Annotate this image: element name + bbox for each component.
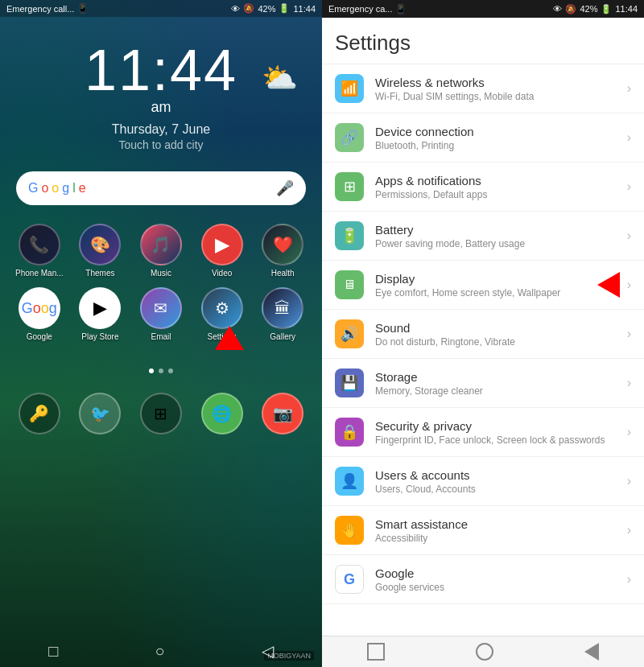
weather-icon: ⛅	[262, 61, 298, 95]
google-settings-text: Google Google services	[375, 566, 627, 593]
battery-icon-right: 🔋	[601, 4, 612, 14]
app-music[interactable]: 🎵 Music	[134, 224, 188, 278]
users-text: Users & accounts Users, Cloud, Accounts	[375, 468, 627, 495]
right-panel: Emergency ca... 📱 👁 🔕 42% 🔋 11:44 Settin…	[322, 0, 644, 667]
device-icon: 🔗	[335, 123, 364, 152]
nav-back[interactable]: ◁	[262, 641, 274, 661]
nav-square[interactable]: □	[48, 642, 58, 661]
gallery-icon: 🏛	[262, 287, 303, 329]
clock-date: Thursday, 7 June	[0, 122, 322, 137]
dock-icon-3: ⊞	[140, 393, 182, 434]
dock-item-3[interactable]: ⊞	[134, 393, 188, 434]
dock-item-1[interactable]: 🔑	[12, 393, 67, 434]
app-health[interactable]: ❤️ Health	[255, 224, 310, 278]
settings-item-smart[interactable]: 🤚 Smart assistance Accessibility ›	[322, 506, 644, 555]
display-name: Display	[375, 272, 627, 286]
nav-back-right[interactable]	[584, 643, 599, 661]
google-chevron: ›	[627, 572, 631, 587]
dock-item-4[interactable]: 🌐	[195, 393, 250, 434]
security-text: Security & privacy Fingerprint ID, Face …	[375, 419, 627, 446]
battery-sub: Power saving mode, Battery usage	[375, 238, 627, 249]
app-playstore[interactable]: ▶ Play Store	[73, 287, 128, 341]
right-status-bar: Emergency ca... 📱 👁 🔕 42% 🔋 11:44	[322, 0, 644, 18]
apps-chevron: ›	[627, 179, 631, 194]
google-logo: Google	[28, 181, 86, 196]
app-video[interactable]: ▶ Video	[195, 224, 250, 278]
app-email[interactable]: ✉ Email	[134, 287, 188, 341]
clock-city: Touch to add city	[0, 138, 322, 151]
google-settings-sub: Google services	[375, 582, 627, 593]
app-settings[interactable]: ⚙ Settings	[195, 287, 250, 341]
settings-item-display[interactable]: 🖥 Display Eye comfort, Home screen style…	[322, 261, 644, 310]
battery-settings-icon: 🔋	[335, 221, 364, 250]
google-settings-name: Google	[375, 566, 627, 580]
nav-square-right[interactable]	[367, 643, 385, 661]
music-icon: 🎵	[140, 224, 182, 266]
app-google[interactable]: Goog Google	[12, 287, 67, 341]
wireless-name: Wireless & networks	[375, 76, 627, 89]
app-gallery[interactable]: 🏛 Gallery	[255, 287, 310, 341]
left-status-left: Emergency call... 📱	[6, 3, 89, 14]
google-icon: Goog	[19, 287, 60, 329]
left-panel: Emergency call... 📱 👁 🔕 42% 🔋 11:44 ⛅ 11…	[0, 0, 322, 667]
bottom-bar-right	[322, 636, 644, 667]
settings-item-sound[interactable]: 🔊 Sound Do not disturb, Ringtone, Vibrat…	[322, 310, 644, 359]
security-chevron: ›	[627, 425, 631, 439]
settings-item-security[interactable]: 🔒 Security & privacy Fingerprint ID, Fac…	[322, 408, 644, 457]
apps-text: Apps & notifications Permissions, Defaul…	[375, 174, 627, 200]
settings-item-battery[interactable]: 🔋 Battery Power saving mode, Battery usa…	[322, 212, 644, 261]
storage-text: Storage Memory, Storage cleaner	[375, 370, 627, 397]
settings-item-apps[interactable]: ⊞ Apps & notifications Permissions, Defa…	[322, 163, 644, 212]
app-grid-row2: Goog Google ▶ Play Store ✉ Email ⚙ Setti…	[0, 284, 322, 344]
search-bar[interactable]: Google 🎤	[16, 171, 306, 205]
apps-name: Apps & notifications	[375, 174, 627, 187]
dock-icon-4: 🌐	[201, 393, 243, 434]
users-chevron: ›	[627, 474, 631, 488]
right-status-right: 👁 🔕 42% 🔋 11:44	[553, 4, 638, 14]
dock-icon-5: 📷	[262, 393, 303, 434]
music-label: Music	[151, 269, 171, 278]
clock-time-value: 11:44	[85, 38, 237, 102]
settings-item-storage[interactable]: 💾 Storage Memory, Storage cleaner ›	[322, 359, 644, 408]
device-text: Device connection Bluetooth, Printing	[375, 125, 627, 151]
sound-icon: 🔊	[335, 319, 364, 348]
settings-label: Settings	[208, 332, 237, 341]
sound-text: Sound Do not disturb, Ringtone, Vibrate	[375, 321, 627, 348]
nav-bar-left: □ ○ ◁	[0, 632, 322, 667]
phone-manager-label: Phone Man...	[15, 269, 63, 278]
app-phone-manager[interactable]: 📞 Phone Man...	[12, 224, 67, 278]
app-themes[interactable]: 🎨 Themes	[73, 224, 128, 278]
health-icon: ❤️	[262, 224, 303, 266]
display-sub: Eye comfort, Home screen style, Wallpape…	[375, 287, 627, 299]
settings-item-users[interactable]: 👤 Users & accounts Users, Cloud, Account…	[322, 457, 644, 506]
settings-item-wireless[interactable]: 📶 Wireless & networks Wi-Fi, Dual SIM se…	[322, 64, 644, 113]
video-label: Video	[212, 269, 232, 278]
dock-item-5[interactable]: 📷	[255, 393, 310, 434]
mute-icon: 🔕	[243, 3, 254, 14]
nav-circle[interactable]: ○	[155, 642, 164, 661]
settings-item-google[interactable]: G Google Google services ›	[322, 555, 644, 604]
device-chevron: ›	[627, 130, 631, 145]
playstore-label: Play Store	[81, 332, 118, 341]
emergency-text-right: Emergency ca...	[328, 4, 392, 14]
mic-icon[interactable]: 🎤	[276, 179, 294, 197]
wireless-chevron: ›	[627, 81, 631, 96]
dock-item-2[interactable]: 🐦	[73, 393, 128, 434]
users-sub: Users, Cloud, Accounts	[375, 484, 627, 495]
display-text: Display Eye comfort, Home screen style, …	[375, 272, 627, 299]
time-right: 11:44	[615, 4, 638, 14]
clock-ampm: am	[0, 99, 322, 116]
nav-circle-right[interactable]	[476, 643, 493, 661]
settings-item-device[interactable]: 🔗 Device connection Bluetooth, Printing …	[322, 113, 644, 163]
device-name: Device connection	[375, 125, 627, 138]
wireless-text: Wireless & networks Wi-Fi, Dual SIM sett…	[375, 76, 627, 102]
dot-2	[159, 368, 163, 373]
gallery-label: Gallery	[270, 332, 295, 341]
apps-icon: ⊞	[335, 172, 364, 201]
phone-manager-icon: 📞	[19, 224, 60, 266]
settings-header: Settings	[322, 18, 644, 64]
settings-list: 📶 Wireless & networks Wi-Fi, Dual SIM se…	[322, 64, 644, 636]
security-sub: Fingerprint ID, Face unlock, Screen lock…	[375, 434, 627, 446]
email-icon: ✉	[140, 287, 182, 329]
health-label: Health	[271, 269, 295, 278]
